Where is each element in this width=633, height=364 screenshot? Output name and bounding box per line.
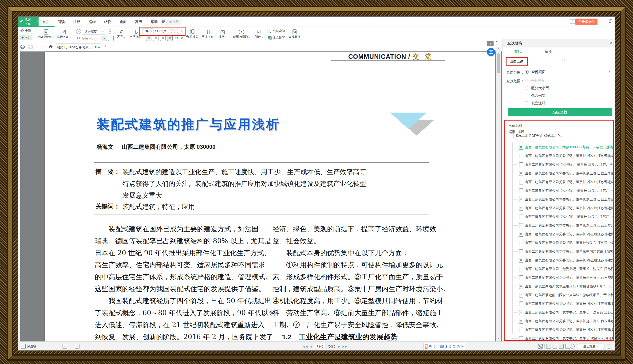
- rotate-cw-button[interactable]: ↻: [175, 36, 178, 40]
- result-item[interactable]: 山西二建集团有限公司 党委书记、董事长 沈良兵 江苏江中集团有限公司...: [505, 160, 613, 169]
- result-item[interactable]: 山西二建集团有限公司党委书记、董事长 祁立柱江苏邗建集团有限公司...: [505, 204, 613, 212]
- zoom-mode-select[interactable]: 适合宽度▾: [83, 29, 105, 34]
- feature-search-input[interactable]: 功能搜索: [161, 18, 182, 25]
- next-page-button[interactable]: ▶: [338, 345, 340, 348]
- tab-read[interactable]: 阅读: [56, 17, 67, 27]
- result-item[interactable]: 山西二建集团有限公司 党委书记、董事长 沈良兵 江苏江中集团有限...: [505, 334, 613, 341]
- grid-view-button[interactable]: ▦: [160, 36, 166, 41]
- result-item[interactable]: 山西二建集团有限公司党委书记、董事长赵玉喜 山西玉华建设集团有限...: [505, 317, 613, 326]
- result-item[interactable]: 山西二建集团两项新技术应用示范工程接受验收1 月 4 日，山西二建集团...: [505, 282, 613, 291]
- result-item[interactable]: 山西二建集团有限公司党委书记、董事长 祁立柱江苏邗建集团有限公司...: [505, 326, 613, 334]
- tab-edit[interactable]: 编辑: [87, 17, 98, 27]
- result-item[interactable]: 山西二建集团有限公司党委书记、董事长沈良兵 江苏江中集团有限公司...: [505, 238, 613, 247]
- result-item[interactable]: 山西二建集团有限公司党委书记、董事长中国建筑设计研究院顾问总工程...: [505, 247, 613, 256]
- snapshot-extract-button[interactable]: A 截图与提取 ▾: [231, 29, 252, 39]
- search-prev-next[interactable]: ⌄ ⌃: [557, 58, 567, 65]
- app-logo[interactable]: 迅读PDF ▾: [18, 17, 39, 27]
- checkbox-include-bookmarks[interactable]: 包含书签: [525, 94, 545, 98]
- edit-pdf-button[interactable]: 编辑PDF ▾: [56, 29, 72, 39]
- restore-button[interactable]: [609, 20, 611, 22]
- document-scrollbar[interactable]: ⌃ ⌄: [496, 47, 501, 342]
- ime-skin-icon[interactable]: ♟: [445, 345, 448, 348]
- word-translate-button[interactable]: A 划词翻译: [268, 29, 285, 33]
- ime-simplified-label[interactable]: 简: [457, 344, 460, 348]
- find-replace-button[interactable]: 查找替换: [286, 29, 303, 39]
- checkbox-include-annotations[interactable]: 包含注释: [525, 101, 545, 106]
- scroll-view-button[interactable]: ▧: [167, 36, 173, 41]
- results-root-item[interactable]: 格式工厂PDF合并 格式工厂P...: [510, 133, 613, 138]
- highlight-button[interactable]: 高亮 ▾: [114, 29, 128, 39]
- document-viewer[interactable]: COMMUNICATION /交流 装配式建筑的推广与应用浅析 杨海文 山西二建…: [20, 52, 502, 342]
- actual-size-button[interactable]: 1:1 实际大小: [76, 36, 95, 41]
- zoom-in-button[interactable]: +: [108, 29, 112, 34]
- scroll-down-arrow[interactable]: ⌄: [497, 336, 499, 340]
- chevron-up-icon[interactable]: ⌃: [563, 60, 565, 63]
- result-item[interactable]: 山西二建集团有限公司党委书记、董事长 祁立柱江苏邗建集团有限公司...: [505, 256, 613, 264]
- tab-annotate[interactable]: 注释: [71, 17, 82, 27]
- chevron-down-icon[interactable]: ⌄: [558, 60, 560, 63]
- ime-full-label[interactable]: 全: [452, 344, 455, 348]
- checkbox-whole-word[interactable]: 全词匹配: [525, 78, 545, 83]
- login-button[interactable]: 登录享特权: [575, 18, 597, 25]
- tab-advanced[interactable]: 高级: [133, 17, 144, 27]
- history-back-button[interactable]: ←: [63, 342, 67, 350]
- undo-button[interactable]: ↶: [36, 44, 39, 50]
- two-page-view-icon[interactable]: [552, 344, 557, 349]
- result-item[interactable]: 山西二建集团有限公司党委书记、董事长赵玉喜 山西玉华建设集团有限...: [505, 221, 613, 230]
- background-pattern-icon[interactable]: [538, 344, 543, 349]
- print-button[interactable]: [20, 44, 25, 50]
- fit-page-view-button[interactable]: ▫: [95, 36, 100, 41]
- document-file-tab[interactable]: 格式工厂PDF合并 格式工厂PD...: [55, 44, 102, 51]
- result-item[interactable]: 山西二建集团有限公司 党委书记、董事长 沈良兵 江苏江中集团有限...: [505, 264, 613, 273]
- panel-close-icon[interactable]: ✕: [609, 41, 612, 45]
- result-item[interactable]: 山西二建集团有限公司党委书记、董事长赵玉喜 山西玉华建设集团有限...: [505, 273, 613, 282]
- ime-halfmoon-icon[interactable]: ☽: [433, 345, 436, 348]
- checkbox-match-case[interactable]: 区分大小写: [525, 86, 549, 90]
- result-item[interactable]: 山西二建集团有限公司，太原 030000摘 要：？装配式建筑的建造以工...: [505, 143, 613, 152]
- ime-wrench-icon[interactable]: ⚒: [461, 345, 464, 348]
- prev-page-button[interactable]: ‹: [171, 29, 175, 33]
- hand-tool-button[interactable]: 手型: [20, 28, 31, 32]
- next-page-button[interactable]: ›: [177, 29, 182, 33]
- result-item[interactable]: 山西二建集团有限公司 党委书记、董事长 沈良兵 江苏江中集团有限公司...: [505, 186, 613, 195]
- zoom-out-button[interactable]: −: [76, 29, 81, 34]
- floating-word-convert-button[interactable]: W: [487, 48, 495, 56]
- sidebar-toggle[interactable]: 侧边栏: [21, 342, 36, 350]
- result-item[interactable]: 山西二建集团有限公司党委书记、董事长 祁立柱江苏邗建集团有限公司...: [505, 300, 613, 308]
- zoom-in-button[interactable]: +: [607, 344, 611, 349]
- redo-button[interactable]: ↷: [42, 44, 46, 50]
- tab-find[interactable]: 查找: [505, 49, 531, 57]
- play-button[interactable]: 播放 ▾: [214, 29, 231, 39]
- ime-keyboard-icon[interactable]: ⌨: [439, 345, 444, 348]
- ime-lang-toggle[interactable]: 中: [429, 344, 432, 348]
- page-number-input[interactable]: 7840: [142, 28, 154, 34]
- history-forward-button[interactable]: →: [75, 342, 80, 350]
- result-item[interactable]: 山西二建集团有限公司 党委书记、董事长 沈良兵 江苏江中集团有限...: [505, 308, 613, 317]
- read-aloud-button[interactable]: A 朗读 ▾: [251, 29, 267, 39]
- ime-punctuation-icon[interactable]: ’,: [437, 345, 438, 348]
- first-page-button[interactable]: ◀◀: [303, 345, 308, 348]
- scroll-up-arrow[interactable]: ⌃: [497, 48, 499, 51]
- continuous-view-icon[interactable]: [559, 344, 564, 349]
- fit-width-view-button[interactable]: ▪: [102, 36, 107, 41]
- ime-toolbar[interactable]: S 中 ☽ ’, ⌨ ♟ Q 全 简 ⚒: [423, 343, 465, 350]
- tab-replace[interactable]: 替换: [535, 49, 561, 57]
- tab-convert[interactable]: 转换: [102, 17, 113, 27]
- result-item[interactable]: 山西二建集团有限公司党委书记、董事长赵玉喜 山西玉华建设集团有限...: [505, 169, 613, 178]
- compress-pdf-button[interactable]: 压缩PDF: [199, 29, 216, 39]
- result-item[interactable]: 山西二建集团承建的山西农业大学综合教学楼项目、晋中市公共租赁住房...: [505, 291, 613, 300]
- merge-split-button[interactable]: 合并拆分: [184, 29, 201, 39]
- tab-help[interactable]: 帮助: [149, 17, 160, 27]
- result-item[interactable]: 山西二建集团有限公司党委书记、董事长赵玉喜 山西玉华建设集团有限...: [505, 195, 613, 204]
- single-page-view-button[interactable]: ▤: [146, 36, 151, 41]
- expand-range-chevron-icon[interactable]: ›: [609, 70, 610, 74]
- status-page-input[interactable]: 7840: [315, 344, 325, 349]
- advanced-search-button[interactable]: 高级查找: [508, 108, 612, 116]
- zoom-mode-select[interactable]: 适合宽度▾: [576, 344, 605, 349]
- select-tool-button[interactable]: 选择: [19, 34, 33, 40]
- result-item[interactable]: 山西二建集团有限公司党委书记、董事长 祁立柱江苏邗建集团有限公司...: [505, 178, 613, 186]
- two-page-view-button[interactable]: ▥: [153, 36, 159, 41]
- tab-page[interactable]: 页面: [118, 17, 129, 27]
- prev-page-button[interactable]: ◀: [310, 345, 312, 348]
- zoom-out-button[interactable]: −: [570, 344, 575, 349]
